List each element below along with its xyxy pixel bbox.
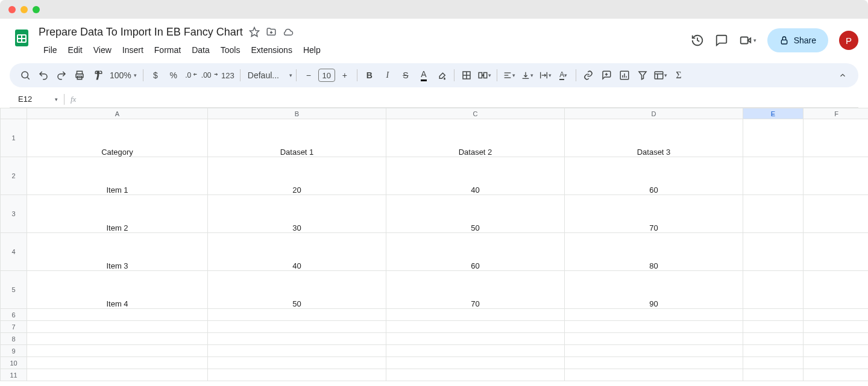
currency-button[interactable]: $ <box>147 67 164 84</box>
redo-button[interactable] <box>53 67 70 84</box>
col-header-C[interactable]: C <box>386 108 565 119</box>
increase-decimal-button[interactable]: .00 <box>201 67 218 84</box>
link-button[interactable] <box>580 67 597 84</box>
cell-B2[interactable]: 20 <box>208 157 386 195</box>
menu-help[interactable]: Help <box>298 43 326 57</box>
window-zoom-button[interactable] <box>33 6 40 13</box>
history-icon[interactable] <box>691 34 704 47</box>
row-header-11[interactable]: 11 <box>1 369 27 381</box>
search-menus-icon[interactable] <box>17 67 34 84</box>
print-button[interactable] <box>71 67 88 84</box>
table-views-button[interactable]: ▾ <box>652 67 669 84</box>
star-icon[interactable] <box>249 26 260 37</box>
borders-button[interactable] <box>458 67 475 84</box>
cell-B5[interactable]: 50 <box>208 271 386 309</box>
paint-format-button[interactable] <box>89 67 106 84</box>
fill-color-button[interactable] <box>433 67 450 84</box>
menu-edit[interactable]: Edit <box>63 43 87 57</box>
share-button[interactable]: Share <box>767 28 828 52</box>
zoom-dropdown[interactable]: 100%▾ <box>107 70 139 80</box>
meet-icon[interactable]: ▾ <box>739 34 756 47</box>
toolbar-collapse-icon[interactable] <box>834 67 851 84</box>
formula-input[interactable] <box>82 91 858 107</box>
cell-F3[interactable] <box>804 195 869 233</box>
row-header-4[interactable]: 4 <box>1 233 27 271</box>
functions-button[interactable]: Σ <box>670 67 687 84</box>
cell-F5[interactable] <box>804 271 869 309</box>
sheets-logo[interactable] <box>10 26 34 50</box>
cell-E2[interactable] <box>743 157 804 195</box>
merge-button[interactable]: ▾ <box>476 67 493 84</box>
menu-extensions[interactable]: Extensions <box>246 43 297 57</box>
percent-button[interactable]: % <box>165 67 182 84</box>
row-header-3[interactable]: 3 <box>1 195 27 233</box>
font-size-increase[interactable]: + <box>336 67 353 84</box>
col-header-F[interactable]: F <box>804 108 869 119</box>
col-header-B[interactable]: B <box>208 108 386 119</box>
cell-D1[interactable]: Dataset 3 <box>565 119 743 157</box>
undo-button[interactable] <box>35 67 52 84</box>
cell-C3[interactable]: 50 <box>386 195 565 233</box>
menu-data[interactable]: Data <box>187 43 215 57</box>
bold-button[interactable]: B <box>361 67 378 84</box>
row-header-8[interactable]: 8 <box>1 333 27 345</box>
cell-A5[interactable]: Item 4 <box>27 271 208 309</box>
cell-D3[interactable]: 70 <box>565 195 743 233</box>
cell-C5[interactable]: 70 <box>386 271 565 309</box>
cell-B1[interactable]: Dataset 1 <box>208 119 386 157</box>
rotate-button[interactable]: A▾ <box>555 67 572 84</box>
row-header-5[interactable]: 5 <box>1 271 27 309</box>
v-align-button[interactable]: ▾ <box>519 67 536 84</box>
col-header-A[interactable]: A <box>27 108 208 119</box>
cell-F2[interactable] <box>804 157 869 195</box>
spreadsheet-grid[interactable]: A B C D E F 1 Category Dataset 1 Dataset… <box>0 108 868 381</box>
menu-insert[interactable]: Insert <box>118 43 148 57</box>
decrease-decimal-button[interactable]: .0 <box>183 67 200 84</box>
insert-comment-button[interactable] <box>598 67 615 84</box>
filter-button[interactable] <box>634 67 651 84</box>
cell-C2[interactable]: 40 <box>386 157 565 195</box>
cell-C4[interactable]: 60 <box>386 233 565 271</box>
cell-C1[interactable]: Dataset 2 <box>386 119 565 157</box>
row-header-2[interactable]: 2 <box>1 157 27 195</box>
cell-E5[interactable] <box>743 271 804 309</box>
font-dropdown[interactable]: Defaul...▾ <box>244 70 292 80</box>
cell-F1[interactable] <box>804 119 869 157</box>
window-close-button[interactable] <box>8 6 16 13</box>
cell-A3[interactable]: Item 2 <box>27 195 208 233</box>
cell-B3[interactable]: 30 <box>208 195 386 233</box>
name-box[interactable]: E12 ▾ <box>10 95 64 104</box>
doc-title[interactable]: Prepare Data To Import In EB Fancy Chart <box>39 26 243 39</box>
number-format-button[interactable]: 123 <box>219 67 236 84</box>
cell-A1[interactable]: Category <box>27 119 208 157</box>
insert-chart-button[interactable] <box>616 67 633 84</box>
cloud-status-icon[interactable] <box>283 26 294 37</box>
h-align-button[interactable]: ▾ <box>501 67 518 84</box>
text-color-button[interactable]: A <box>415 67 432 84</box>
menu-tools[interactable]: Tools <box>216 43 245 57</box>
menu-view[interactable]: View <box>89 43 116 57</box>
menu-file[interactable]: File <box>39 43 62 57</box>
row-header-1[interactable]: 1 <box>1 119 27 157</box>
cell-F4[interactable] <box>804 233 869 271</box>
select-all-corner[interactable] <box>1 108 27 119</box>
italic-button[interactable]: I <box>379 67 396 84</box>
col-header-D[interactable]: D <box>565 108 743 119</box>
wrap-button[interactable]: ▾ <box>537 67 554 84</box>
cell-E1[interactable] <box>743 119 804 157</box>
row-header-9[interactable]: 9 <box>1 345 27 357</box>
cell-D4[interactable]: 80 <box>565 233 743 271</box>
cell-A2[interactable]: Item 1 <box>27 157 208 195</box>
cell-B4[interactable]: 40 <box>208 233 386 271</box>
comment-icon[interactable] <box>715 34 728 47</box>
account-avatar[interactable]: P <box>839 31 858 50</box>
col-header-E[interactable]: E <box>743 108 804 119</box>
cell-D5[interactable]: 90 <box>565 271 743 309</box>
window-minimize-button[interactable] <box>20 6 28 13</box>
strikethrough-button[interactable]: S <box>397 67 414 84</box>
font-size-decrease[interactable]: − <box>300 67 317 84</box>
cell-E3[interactable] <box>743 195 804 233</box>
cell-E4[interactable] <box>743 233 804 271</box>
cell-D2[interactable]: 60 <box>565 157 743 195</box>
row-header-10[interactable]: 10 <box>1 357 27 369</box>
